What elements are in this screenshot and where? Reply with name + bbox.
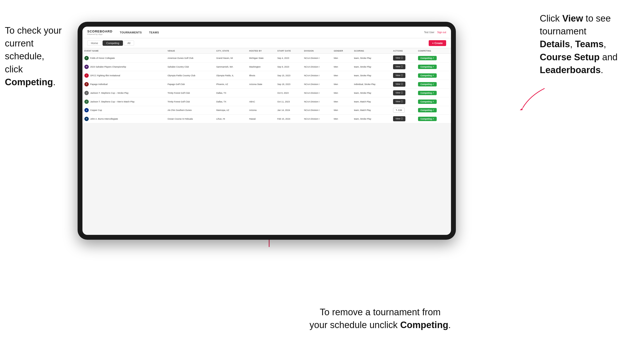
competing-badge[interactable]: Competing ✓ xyxy=(418,108,437,112)
cell-event-name: H John A. Burns Intercollegiate xyxy=(82,115,166,123)
app-header: SCOREBOARD Powered by clippi TOURNAMENTS… xyxy=(82,27,451,38)
edit-button[interactable]: ✎ Edit xyxy=(393,108,405,113)
table-row: F Folds of Honor Collegiate American Dun… xyxy=(82,54,451,62)
cell-scoring: team, Stroke Play xyxy=(352,62,391,71)
cell-competing: Competing ✓ xyxy=(416,115,451,123)
view-button[interactable]: View ⓘ xyxy=(393,116,406,121)
cell-scoring: team, Stroke Play xyxy=(352,89,391,97)
view-button[interactable]: View ⓘ xyxy=(393,73,406,78)
team-logo: J xyxy=(84,91,89,95)
table-container: EVENT NAME VENUE CITY, STATE HOSTED BY S… xyxy=(82,48,451,233)
cell-competing: Competing ✓ xyxy=(416,62,451,71)
col-venue: VENUE xyxy=(166,48,214,54)
cell-hosted-by: Arizona State xyxy=(247,80,276,89)
cell-scoring: team, Stroke Play xyxy=(352,54,391,62)
cell-division: NCAA Division I xyxy=(302,71,332,80)
col-city-state: CITY, STATE xyxy=(214,48,247,54)
cell-start-date: Sep 9, 2023 xyxy=(276,62,302,71)
cell-venue: Ocean Course At Hokuala xyxy=(166,115,214,123)
team-logo: F xyxy=(84,56,89,60)
competing-badge[interactable]: Competing ✓ xyxy=(418,91,437,95)
cell-competing: Competing ✓ xyxy=(416,71,451,80)
sign-out-link[interactable]: Sign out xyxy=(437,31,446,34)
cell-gender: Men xyxy=(332,71,352,80)
cell-start-date: Oct 11, 2023 xyxy=(276,97,302,106)
competing-badge[interactable]: Competing ✓ xyxy=(418,65,437,69)
cell-gender: Men xyxy=(332,97,352,106)
filter-bar: Home Competing All + Create xyxy=(82,38,451,48)
logo-subtitle: Powered by clippi xyxy=(87,33,112,35)
view-button[interactable]: View ⓘ xyxy=(393,55,406,60)
cell-division: NCAA Division I xyxy=(302,106,332,115)
cell-actions: View ⓘ xyxy=(391,62,416,71)
cell-hosted-by: Hawaii xyxy=(247,115,276,123)
tablet-frame: SCOREBOARD Powered by clippi TOURNAMENTS… xyxy=(78,22,456,240)
col-start-date: START DATE xyxy=(276,48,302,54)
nav-tournaments[interactable]: TOURNAMENTS xyxy=(120,30,142,35)
cell-event-name: J Jackson T. Stephens Cup – Men's Match … xyxy=(82,97,166,106)
competing-badge[interactable]: Competing ✓ xyxy=(418,117,437,121)
tab-home[interactable]: Home xyxy=(87,40,102,46)
table-row: I OFCC Fighting Illini Invitational Olym… xyxy=(82,71,451,80)
team-logo: J xyxy=(84,100,89,104)
cell-city-state: Dallas, TX xyxy=(214,89,247,97)
cell-event-name: P Papago Individual xyxy=(82,80,166,89)
logo-title: SCOREBOARD xyxy=(87,29,112,33)
competing-badge[interactable]: Competing ✓ xyxy=(418,82,437,86)
cell-actions: View ⓘ xyxy=(391,71,416,80)
competing-badge[interactable]: Competing ✓ xyxy=(418,100,437,104)
cell-competing: Competing ✓ xyxy=(416,106,451,115)
cell-actions: View ⓘ xyxy=(391,54,416,62)
annotation-right-bold4: Course Setup xyxy=(540,52,600,62)
event-name-text: Copper Cup xyxy=(90,109,102,111)
annotation-right-bold3: Teams xyxy=(575,39,604,49)
table-row: J Jackson T. Stephens Cup – Men's Match … xyxy=(82,97,451,106)
cell-event-name: J Jackson T. Stephens Cup – Stroke Play xyxy=(82,89,166,97)
event-name-text: Jackson T. Stephens Cup – Stroke Play xyxy=(90,92,128,94)
cell-competing: Competing ✓ xyxy=(416,97,451,106)
cell-competing: Competing ✓ xyxy=(416,89,451,97)
annotation-left-period: . xyxy=(53,77,56,87)
table-row: A Copper Cup Ak-Chin Southern DunesMaric… xyxy=(82,106,451,115)
competing-badge[interactable]: Competing ✓ xyxy=(418,56,437,60)
annotation-bottom-line2: your schedule unclick xyxy=(310,320,400,330)
tab-all[interactable]: All xyxy=(124,40,134,46)
view-button[interactable]: View ⓘ xyxy=(393,99,406,104)
view-button[interactable]: View ⓘ xyxy=(393,64,406,69)
cell-city-state: Phoenix, AZ xyxy=(214,80,247,89)
team-logo: A xyxy=(84,108,89,112)
cell-division: NCAA Division I xyxy=(302,89,332,97)
annotation-right: Click View to see tournament Details, Te… xyxy=(540,12,637,76)
team-logo: P xyxy=(84,82,89,86)
event-name-text: OFCC Fighting Illini Invitational xyxy=(90,74,120,77)
cell-hosted-by: Washington xyxy=(247,62,276,71)
team-logo: H xyxy=(84,117,89,121)
nav-teams[interactable]: TEAMS xyxy=(149,30,159,35)
cell-city-state: Olympia Fields, IL xyxy=(214,71,247,80)
cell-scoring: team, Stroke Play xyxy=(352,71,391,80)
cell-city-state: Grand Haven, MI xyxy=(214,54,247,62)
table-body: F Folds of Honor Collegiate American Dun… xyxy=(82,54,451,123)
create-button[interactable]: + Create xyxy=(429,40,446,46)
col-scoring: SCORING xyxy=(352,48,391,54)
cell-division: NCAA Division I xyxy=(302,115,332,123)
tab-competing[interactable]: Competing xyxy=(102,40,123,46)
cell-venue: Trinity Forest Golf Club xyxy=(166,97,214,106)
cell-event-name: I OFCC Fighting Illini Invitational xyxy=(82,71,166,80)
annotation-bottom-line1: To remove a tournament from xyxy=(320,307,440,317)
cell-actions: View ⓘ xyxy=(391,80,416,89)
view-button[interactable]: View ⓘ xyxy=(393,82,406,87)
annotation-right-bold5: Leaderboards xyxy=(540,65,600,75)
cell-hosted-by: ABAC xyxy=(247,97,276,106)
cell-hosted-by: Arizona xyxy=(247,106,276,115)
col-actions: ACTIONS xyxy=(391,48,416,54)
view-button[interactable]: View ⓘ xyxy=(393,90,406,95)
annotation-bottom: To remove a tournament from your schedul… xyxy=(283,306,477,332)
annotation-left: To check your current schedule, click Co… xyxy=(5,24,73,89)
cell-actions: View ⓘ xyxy=(391,97,416,106)
filter-tabs: Home Competing All xyxy=(87,40,134,46)
competing-badge[interactable]: Competing ✓ xyxy=(418,73,437,78)
cell-scoring: individual, Stroke Play xyxy=(352,80,391,89)
cell-city-state: Lihue, HI xyxy=(214,115,247,123)
cell-city-state: Sammamish, WA xyxy=(214,62,247,71)
